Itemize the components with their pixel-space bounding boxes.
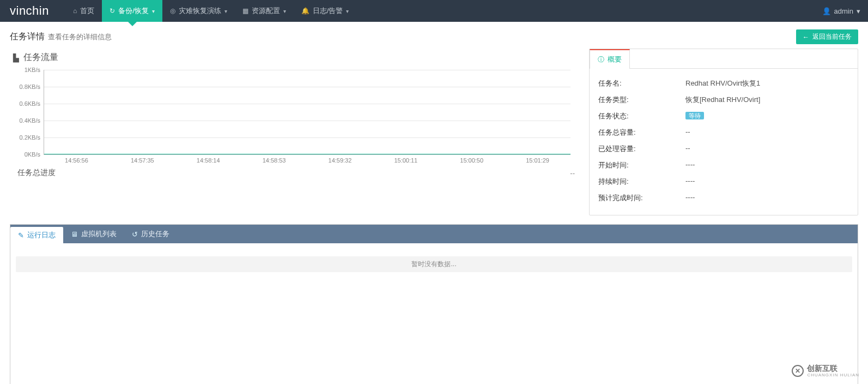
summary-tabstrip: ⓘ 概要 [590, 49, 858, 69]
section-title-text: 任务流量 [23, 52, 58, 63]
summary-key: 任务状态: [598, 111, 685, 121]
nav-label: 灾难恢复演练 [179, 6, 221, 16]
user-menu[interactable]: 👤 admin ▾ [822, 7, 860, 15]
tab-label: 概要 [608, 55, 622, 64]
edit-icon: ✎ [18, 231, 24, 239]
refresh-icon: ↻ [110, 7, 115, 15]
x-tick-row: 14:56:56 14:57:35 14:58:14 14:58:53 14:5… [44, 157, 570, 164]
summary-panel: ⓘ 概要 任务名: Redhat RHV/Ovirt恢复1 任务类型: 恢复[R… [589, 49, 858, 215]
tab-history[interactable]: ↺ 历史任务 [124, 225, 177, 243]
chevron-down-icon: ▾ [857, 7, 860, 15]
tab-vm-list[interactable]: 🖥 虚拟机列表 [63, 225, 124, 243]
chevron-down-icon: ▾ [152, 8, 155, 14]
summary-value: Redhat RHV/Ovirt恢复1 [685, 79, 849, 88]
summary-value: -- [685, 144, 849, 154]
total-progress-value: -- [570, 169, 575, 177]
y-tick: 0.2KB/s [13, 134, 40, 141]
bell-icon: 🔔 [301, 7, 309, 15]
y-tick: 0KB/s [13, 151, 40, 158]
bottom-tabstrip: ✎ 运行日志 🖥 虚拟机列表 ↺ 历史任务 [10, 225, 858, 243]
x-tick: 15:00:50 [439, 157, 505, 164]
user-name: admin [834, 7, 853, 15]
summary-row-total-capacity: 任务总容量: -- [598, 124, 849, 141]
brand-logo: vinchin [10, 4, 49, 18]
monitor-icon: 🖥 [71, 230, 78, 238]
summary-key: 任务名: [598, 79, 685, 88]
summary-value: ---- [685, 193, 849, 203]
chevron-down-icon: ▾ [283, 8, 286, 14]
summary-key: 预计完成时间: [598, 193, 685, 203]
user-icon: 👤 [822, 7, 831, 15]
grid-icon: ▦ [242, 7, 248, 15]
summary-value: ---- [685, 177, 849, 187]
arrow-left-icon: ← [803, 33, 809, 41]
history-icon: ↺ [132, 230, 138, 238]
nav-logs-alerts[interactable]: 🔔 日志/告警 ▾ [294, 0, 357, 22]
footer-logo: ✕ 创新互联 CHUANGXIN HULIAN [792, 364, 859, 377]
logo-mark-icon: ✕ [792, 365, 804, 377]
nav-dr-drill[interactable]: ◎ 灾难恢复演练 ▾ [162, 0, 235, 22]
summary-row-task-status: 任务状态: 等待 [598, 108, 849, 124]
flow-chart: 1KB/s 0.8KB/s 0.6KB/s 0.4KB/s 0.2KB/s 0K… [13, 68, 576, 166]
back-to-current-task-button[interactable]: ← 返回当前任务 [796, 29, 858, 44]
tab-label: 虚拟机列表 [81, 229, 117, 239]
page-title: 任务详情 [10, 31, 45, 43]
x-tick: 14:56:56 [44, 157, 110, 164]
nav-home[interactable]: ⌂ 首页 [65, 0, 102, 22]
nav-label: 首页 [80, 6, 94, 16]
tab-label: 历史任务 [141, 229, 169, 239]
info-icon: ⓘ [598, 55, 604, 64]
y-tick: 0.6KB/s [13, 100, 40, 107]
footer-logo-sub: CHUANGXIN HULIAN [807, 373, 859, 377]
summary-row-start-time: 开始时间: ---- [598, 157, 849, 173]
y-tick: 1KB/s [13, 67, 40, 73]
chart-series-line [44, 154, 570, 154]
x-tick: 14:58:14 [175, 157, 241, 164]
summary-row-task-name: 任务名: Redhat RHV/Ovirt恢复1 [598, 75, 849, 92]
nav-items: ⌂ 首页 ↻ 备份/恢复 ▾ ◎ 灾难恢复演练 ▾ ▦ 资源配置 ▾ 🔔 日志/… [65, 0, 357, 22]
button-label: 返回当前任务 [812, 32, 852, 41]
bottom-panel: ✎ 运行日志 🖥 虚拟机列表 ↺ 历史任务 暂时没有数据... [10, 224, 858, 384]
summary-value: 恢复[Redhat RHV/Ovirt] [685, 95, 849, 105]
flow-section-title: ▙ 任务流量 [13, 52, 576, 63]
home-icon: ⌂ [73, 7, 77, 15]
nav-resources[interactable]: ▦ 资源配置 ▾ [235, 0, 294, 22]
chevron-down-icon: ▾ [224, 8, 227, 14]
summary-row-done-capacity: 已处理容量: -- [598, 141, 849, 157]
nav-backup-restore[interactable]: ↻ 备份/恢复 ▾ [102, 0, 162, 22]
summary-row-eta: 预计完成时间: ---- [598, 190, 849, 206]
summary-key: 已处理容量: [598, 144, 685, 154]
summary-row-task-type: 任务类型: 恢复[Redhat RHV/Ovirt] [598, 92, 849, 108]
summary-value: -- [685, 128, 849, 137]
summary-row-duration: 持续时间: ---- [598, 173, 849, 190]
tab-run-log[interactable]: ✎ 运行日志 [10, 227, 63, 243]
status-badge: 等待 [685, 112, 704, 119]
total-progress-row: 任务总进度 -- [13, 166, 576, 179]
summary-key: 任务总容量: [598, 128, 685, 137]
x-tick: 14:57:35 [110, 157, 175, 164]
x-tick: 14:58:53 [241, 157, 307, 164]
x-tick: 14:59:32 [307, 157, 373, 164]
nav-label: 日志/告警 [313, 6, 343, 16]
total-progress-label: 任务总进度 [17, 168, 56, 178]
x-tick: 15:01:29 [505, 157, 570, 164]
summary-value: ---- [685, 160, 849, 170]
tab-label: 运行日志 [27, 230, 56, 240]
tab-summary[interactable]: ⓘ 概要 [590, 49, 630, 69]
summary-key: 任务类型: [598, 95, 685, 105]
empty-state-text: 暂时没有数据... [16, 256, 852, 272]
y-tick: 0.8KB/s [13, 83, 40, 90]
lifebuoy-icon: ◎ [170, 7, 175, 15]
chart-icon: ▙ [13, 53, 19, 62]
chevron-down-icon: ▾ [346, 8, 349, 14]
x-tick: 15:00:11 [373, 157, 439, 164]
summary-key: 开始时间: [598, 160, 685, 170]
summary-key: 持续时间: [598, 177, 685, 187]
y-tick: 0.4KB/s [13, 117, 40, 124]
page-subtitle: 查看任务的详细信息 [48, 32, 112, 42]
top-navbar: vinchin ⌂ 首页 ↻ 备份/恢复 ▾ ◎ 灾难恢复演练 ▾ ▦ 资源配置… [0, 0, 868, 22]
bottom-body: 暂时没有数据... [10, 243, 858, 384]
nav-label: 备份/恢复 [118, 6, 149, 16]
chart-plot-area [44, 70, 570, 155]
footer-logo-text: 创新互联 [807, 364, 837, 373]
